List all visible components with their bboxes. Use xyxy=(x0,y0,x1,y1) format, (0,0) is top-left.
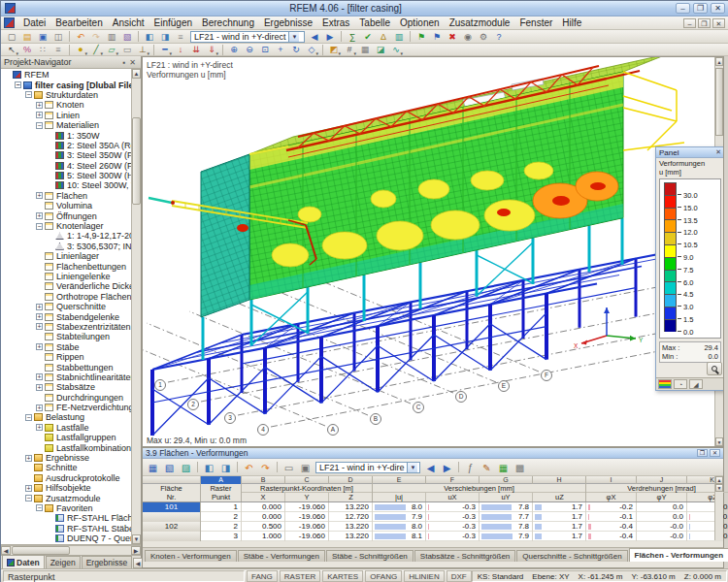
menu-item-zusatzmodule[interactable]: Zusatzmodule xyxy=(445,16,515,29)
guidelines-icon[interactable]: ≡ xyxy=(51,44,65,55)
pin-table-icon[interactable]: ▣ xyxy=(298,461,313,474)
expand-icon[interactable]: + xyxy=(36,384,43,391)
menu-item-optionen[interactable]: Optionen xyxy=(395,16,445,29)
column-letter-D[interactable]: D xyxy=(329,476,373,484)
cell-y[interactable]: -19.060 xyxy=(285,532,329,541)
collapse-icon[interactable]: − xyxy=(25,91,32,98)
tree-item-hilfsobjekte[interactable]: +Hilfsobjekte xyxy=(1,483,131,493)
panel-tab-colors[interactable] xyxy=(658,379,672,389)
menu-item-fenster[interactable]: Fenster xyxy=(514,16,557,29)
redo-icon[interactable]: ↷ xyxy=(258,461,273,474)
menu-item-ansicht[interactable]: Ansicht xyxy=(108,16,149,29)
cell-phix[interactable]: -0.1 xyxy=(586,512,637,522)
cell-ux[interactable]: -0.3 xyxy=(426,502,480,512)
tree-item-stabexzentrizitäten[interactable]: +Stabexzentrizitäten xyxy=(1,322,131,332)
open-file-icon[interactable]: ▤ xyxy=(20,31,34,43)
loadcase-list-icon[interactable]: ≡ xyxy=(174,31,187,43)
tree-item-fe-netzverdichtungen[interactable]: +FE-Netzverdichtungen xyxy=(1,403,131,412)
surface-load-icon[interactable]: ⇓▾ xyxy=(205,44,218,55)
tree-item-lastfallgruppen[interactable]: Lastfallgruppen xyxy=(1,433,131,442)
column-letter-H[interactable]: H xyxy=(533,476,586,484)
tree-item-3-5306-5307-inj-nnn[interactable]: 3: 5306,5307; INJ NNN xyxy=(1,242,131,251)
cell-ux[interactable]: -0.3 xyxy=(426,512,480,522)
sub-header-uz[interactable]: uZ xyxy=(533,493,586,501)
menu-item-hilfe[interactable]: Hilfe xyxy=(557,16,586,29)
expand-icon[interactable]: + xyxy=(36,313,43,320)
table-tab-flächen-verformungen[interactable]: Flächen - Verformungen xyxy=(629,548,728,562)
chevron-down-icon[interactable]: ▼ xyxy=(288,32,299,42)
cell-flaeche[interactable]: 101 xyxy=(143,502,201,512)
tree-item-lastfälle[interactable]: +Lastfälle xyxy=(1,423,131,433)
load-case-combobox[interactable]: LF21 - wind in +Y-direct▼ xyxy=(190,31,305,43)
table-tab-stabsätze-schnittgr-en[interactable]: Stabsätze - Schnittgrößen xyxy=(414,550,516,562)
table-filter-icon[interactable]: ▨ xyxy=(179,461,193,474)
cell-punkt[interactable]: 2 xyxy=(201,522,242,532)
panel-tab-filter[interactable]: ◢ xyxy=(689,379,703,389)
cell-u[interactable]: 8.0 xyxy=(373,502,426,512)
table-tab-stäbe-verformungen[interactable]: Stäbe - Verformungen xyxy=(238,550,325,562)
panel-tab-factors[interactable]: ◔ xyxy=(674,379,687,389)
cell-y[interactable]: -19.060 xyxy=(285,502,329,512)
tree-item-1-1-4-9-12-17-20-25-2[interactable]: 1: 1-4,9-12,17-20,25-2 xyxy=(1,231,131,241)
collapse-icon[interactable]: − xyxy=(25,414,32,421)
collapse-icon[interactable]: − xyxy=(36,122,43,129)
column-group-rotations[interactable]: Verdrehungen [mrad] φXφYφZ xyxy=(586,484,728,501)
tree-item-stabnichtlinearitäten[interactable]: +Stabnichtlinearitäten xyxy=(1,372,131,382)
menu-item-berechnung[interactable]: Berechnung xyxy=(197,16,259,29)
save-icon[interactable]: ▣ xyxy=(36,31,50,43)
tree-item-stabbettungen[interactable]: Stabbettungen xyxy=(1,362,131,372)
scroll-up-icon[interactable]: ▲ xyxy=(132,69,141,79)
menu-item-tabelle[interactable]: Tabelle xyxy=(354,16,395,29)
navigator-tab-daten[interactable]: Daten xyxy=(2,555,45,568)
tree-item-flächen[interactable]: +Flächen xyxy=(1,191,131,201)
chevron-down-icon[interactable]: ▼ xyxy=(407,463,417,472)
help-icon[interactable]: ? xyxy=(492,31,506,43)
cell-phix[interactable]: -0.2 xyxy=(586,502,637,512)
function-icon[interactable]: ƒ xyxy=(463,461,478,474)
cell-punkt[interactable]: 2 xyxy=(201,512,242,522)
status-toggle-fang[interactable]: FANG xyxy=(247,570,278,582)
menu-item-extras[interactable]: Extras xyxy=(317,16,354,29)
expand-icon[interactable]: + xyxy=(36,343,43,350)
table-tab-stäbe-schnittgr-en[interactable]: Stäbe - Schnittgrößen xyxy=(326,550,414,562)
cell-u[interactable]: 7.9 xyxy=(373,512,426,522)
expand-icon[interactable]: + xyxy=(25,455,32,462)
cell-phiy[interactable]: 0.0 xyxy=(637,502,687,512)
cell-punkt[interactable]: 3 xyxy=(201,532,242,541)
results-display-icon[interactable]: ∿▾ xyxy=(389,44,403,55)
cell-uy[interactable]: 7.7 xyxy=(480,512,533,522)
edit-cell-icon[interactable]: ✎ xyxy=(480,461,494,474)
close-icon[interactable]: ✕ xyxy=(715,148,721,156)
sub-header-ux[interactable]: uX xyxy=(426,493,480,501)
pin-icon[interactable]: ▪ xyxy=(120,58,127,67)
collapse-icon[interactable]: − xyxy=(25,495,32,501)
expand-icon[interactable]: + xyxy=(36,323,43,330)
tree-item-querschnitte[interactable]: +Querschnitte xyxy=(1,302,131,311)
tree-item-rf-stahl-flächen-s[interactable]: RF-STAHL Flächen - S xyxy=(1,513,131,523)
tree-item-stäbe[interactable]: +Stäbe xyxy=(1,342,131,352)
cell-phiy[interactable]: -0.0 xyxy=(637,532,687,541)
scroll-down-icon[interactable]: ▼ xyxy=(132,534,141,544)
nodal-load-icon[interactable]: ↓ xyxy=(174,44,187,55)
view-manager-icon[interactable]: ◧ xyxy=(143,31,156,43)
tree-item-4-steel-260w-plates-s[interactable]: 4: Steel 260W (Plates, S xyxy=(1,161,131,171)
cell-z[interactable]: 13.220 xyxy=(329,502,373,512)
cell-uz[interactable]: 1.7 xyxy=(533,512,586,522)
cell-z[interactable]: 13.220 xyxy=(329,522,373,532)
scroll-down-icon[interactable]: ▼ xyxy=(715,437,723,446)
expand-icon[interactable]: + xyxy=(36,192,43,199)
cell-uz[interactable]: 1.7 xyxy=(533,532,586,541)
expand-icon[interactable]: + xyxy=(36,404,43,411)
tree-item-rfem[interactable]: RFEM xyxy=(1,70,131,80)
next-table-icon[interactable]: ◨ xyxy=(218,461,233,474)
tree-item-strukturdaten[interactable]: −Strukturdaten xyxy=(1,90,131,100)
support-tool-icon[interactable]: ⊥▾ xyxy=(136,44,149,55)
tree-item-stabendgelenke[interactable]: +Stabendgelenke xyxy=(1,311,131,321)
opening-tool-icon[interactable]: ▭ xyxy=(120,44,134,55)
tree-item-ergebnisse[interactable]: +Ergebnisse xyxy=(1,453,131,463)
minimize-button[interactable]: – xyxy=(676,3,690,14)
snap-icon[interactable]: ∷ xyxy=(36,44,50,55)
check-calculation-icon[interactable]: ✔ xyxy=(361,31,375,43)
diagram-icon[interactable]: ▥ xyxy=(392,31,406,43)
next-load-case-icon[interactable]: ▶ xyxy=(323,31,337,43)
